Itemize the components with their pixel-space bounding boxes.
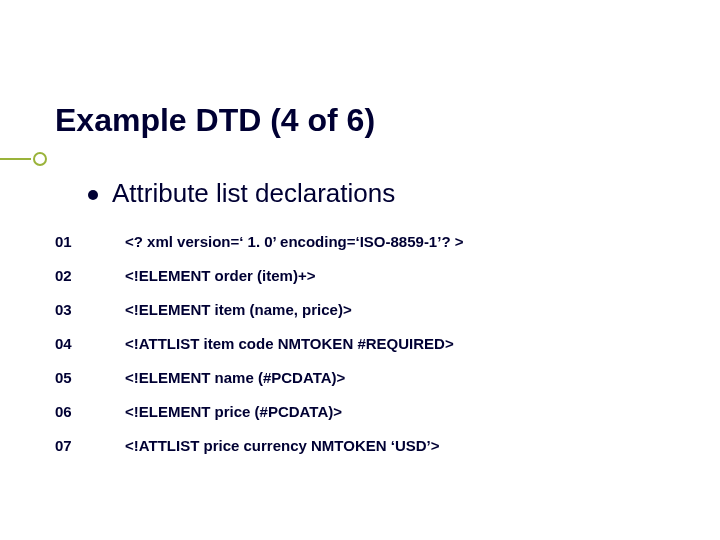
slide: Example DTD (4 of 6) Attribute list decl… [0, 0, 720, 540]
line-content: <!ATTLIST price currency NMTOKEN ‘USD’> [125, 437, 440, 454]
line-content: <? xml version=‘ 1. 0’ encoding=‘ISO-885… [125, 233, 463, 250]
code-row: 05 <!ELEMENT name (#PCDATA)> [55, 361, 665, 395]
code-row: 06 <!ELEMENT price (#PCDATA)> [55, 395, 665, 429]
line-number: 04 [55, 335, 125, 352]
code-row: 04 <!ATTLIST item code NMTOKEN #REQUIRED… [55, 327, 665, 361]
line-number: 01 [55, 233, 125, 250]
line-number: 06 [55, 403, 125, 420]
code-row: 03 <!ELEMENT item (name, price)> [55, 293, 665, 327]
line-content: <!ELEMENT order (item)+> [125, 267, 315, 284]
line-content: <!ELEMENT price (#PCDATA)> [125, 403, 342, 420]
subtitle-row: Attribute list declarations [88, 178, 395, 209]
line-number: 07 [55, 437, 125, 454]
line-number: 02 [55, 267, 125, 284]
line-content: <!ELEMENT name (#PCDATA)> [125, 369, 345, 386]
accent-circle-icon [33, 152, 47, 166]
code-row: 07 <!ATTLIST price currency NMTOKEN ‘USD… [55, 429, 665, 463]
line-number: 03 [55, 301, 125, 318]
line-content: <!ELEMENT item (name, price)> [125, 301, 352, 318]
accent-line [0, 158, 31, 160]
line-content: <!ATTLIST item code NMTOKEN #REQUIRED> [125, 335, 454, 352]
code-table: 01 <? xml version=‘ 1. 0’ encoding=‘ISO-… [55, 225, 665, 463]
code-row: 02 <!ELEMENT order (item)+> [55, 259, 665, 293]
subtitle-text: Attribute list declarations [112, 178, 395, 209]
line-number: 05 [55, 369, 125, 386]
code-row: 01 <? xml version=‘ 1. 0’ encoding=‘ISO-… [55, 225, 665, 259]
slide-title: Example DTD (4 of 6) [55, 102, 375, 139]
bullet-icon [88, 190, 98, 200]
